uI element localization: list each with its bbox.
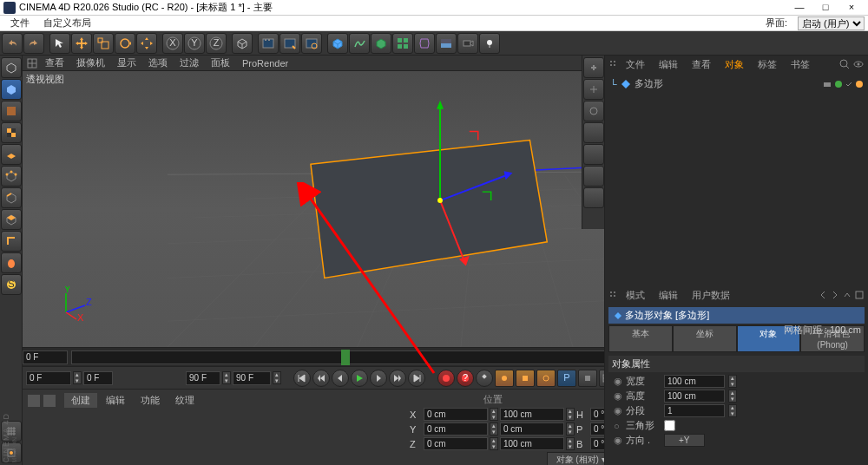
recent-tool-button[interactable] — [136, 33, 157, 54]
move-button[interactable] — [71, 33, 92, 54]
coord-pos-X[interactable] — [424, 408, 488, 421]
axis-z-button[interactable]: Z — [206, 33, 227, 54]
minimize-button[interactable]: — — [786, 1, 812, 15]
axis-x-button[interactable]: X — [162, 33, 183, 54]
coord-pos-Y[interactable] — [424, 422, 488, 436]
sp[interactable]: ▴▾ — [490, 408, 498, 421]
attr-tab-basic[interactable]: 基本 — [608, 325, 673, 352]
phong-tag-icon[interactable] — [856, 81, 863, 88]
layout-dropdown[interactable]: 启动 (用户) — [798, 16, 865, 30]
am-mode[interactable]: 模式 — [619, 287, 652, 304]
attr-height-input[interactable] — [664, 390, 725, 403]
record-button[interactable] — [437, 370, 455, 387]
viewport-config-icon[interactable] — [26, 57, 38, 69]
object-tree[interactable]: └ 多边形 — [605, 73, 868, 286]
am-edit[interactable]: 编辑 — [652, 287, 685, 304]
next-key-button[interactable] — [389, 370, 406, 387]
attr-tab-coord[interactable]: 坐标 — [673, 325, 737, 352]
render-view-button[interactable] — [258, 33, 279, 54]
attr-segments-input[interactable] — [664, 404, 725, 417]
vp-menu-camera[interactable]: 摄像机 — [71, 56, 110, 69]
sp[interactable]: ▴▾ — [566, 437, 575, 450]
range-start2[interactable] — [83, 371, 113, 385]
array-button[interactable] — [392, 33, 413, 54]
om-view[interactable]: 查看 — [685, 56, 718, 73]
key-rot-button[interactable] — [536, 370, 556, 387]
sp[interactable]: ▴▾ — [490, 422, 498, 436]
snap-button[interactable]: S — [1, 274, 22, 295]
vp-menu-view[interactable]: 查看 — [40, 56, 69, 69]
coord-size-X[interactable] — [500, 408, 564, 421]
tweak-button[interactable] — [1, 252, 22, 273]
nav-cam4-icon[interactable] — [583, 187, 604, 208]
goto-start-button[interactable] — [293, 370, 311, 387]
objmgr-grip-icon[interactable] — [608, 59, 619, 69]
am-up-icon[interactable] — [842, 290, 852, 300]
play-button[interactable] — [351, 370, 368, 387]
coord-size-Z[interactable] — [500, 437, 564, 450]
vp-menu-display[interactable]: 显示 — [112, 56, 141, 69]
rotate-button[interactable] — [115, 33, 135, 54]
camera-button[interactable] — [457, 33, 478, 54]
mat-icon1[interactable] — [28, 395, 40, 407]
spinner[interactable]: ▴▾ — [73, 371, 82, 384]
redo-button[interactable] — [23, 33, 44, 54]
om-search-icon[interactable] — [838, 58, 851, 70]
sp[interactable]: ▴▾ — [566, 408, 575, 421]
attr-height-spinner[interactable]: ▴▾ — [728, 390, 737, 403]
lt-func[interactable]: 功能 — [134, 393, 167, 408]
vp-menu-filter[interactable]: 过滤 — [174, 56, 204, 69]
visibility-check-icon[interactable] — [845, 81, 852, 88]
environment-button[interactable] — [436, 33, 457, 54]
sp[interactable]: ▴▾ — [566, 422, 575, 436]
lt-edit[interactable]: 编辑 — [99, 393, 132, 408]
am-userdata[interactable]: 用户数据 — [685, 287, 737, 304]
nav-cam2-icon[interactable] — [583, 144, 604, 165]
nav-cam3-icon[interactable] — [583, 166, 604, 187]
live-select-button[interactable] — [49, 33, 70, 54]
keyframe-sel-button[interactable] — [476, 370, 493, 387]
coord-system-button[interactable] — [232, 33, 253, 54]
autokey-button[interactable]: ? — [457, 370, 474, 387]
om-file[interactable]: 文件 — [619, 56, 652, 73]
prev-frame-button[interactable] — [332, 370, 349, 387]
spline-button[interactable] — [349, 33, 370, 54]
am-back-icon[interactable] — [818, 290, 828, 300]
render-pv-button[interactable] — [279, 33, 300, 54]
axis-y-button[interactable]: Y — [184, 33, 205, 54]
om-edit[interactable]: 编辑 — [652, 56, 685, 73]
range-start[interactable] — [26, 371, 71, 385]
edge-mode-button[interactable] — [1, 187, 22, 208]
prev-key-button[interactable] — [312, 370, 330, 387]
am-fwd-icon[interactable] — [830, 290, 840, 300]
model-mode-button[interactable] — [1, 79, 22, 100]
tree-item-polygon[interactable]: └ 多边形 — [608, 76, 865, 91]
om-eye-icon[interactable] — [852, 58, 865, 70]
nav-orbit-icon[interactable] — [583, 101, 604, 121]
timeline-start[interactable] — [23, 350, 68, 364]
point-mode-button[interactable] — [1, 166, 22, 187]
om-bookmark[interactable]: 书签 — [784, 56, 817, 73]
visibility-editor-dot[interactable] — [835, 81, 842, 88]
maximize-button[interactable]: □ — [812, 1, 838, 15]
cube-button[interactable] — [327, 33, 348, 54]
layer-icon[interactable] — [823, 80, 832, 88]
am-menu-icon[interactable] — [854, 290, 865, 300]
next-frame-button[interactable] — [370, 370, 387, 387]
attr-width-input[interactable] — [664, 375, 725, 388]
nurbs-button[interactable] — [371, 33, 391, 54]
goto-end-button[interactable] — [408, 370, 425, 387]
light-button[interactable] — [479, 33, 500, 54]
nav-pan-icon[interactable] — [583, 79, 604, 100]
om-tag[interactable]: 标签 — [751, 56, 784, 73]
close-button[interactable]: × — [838, 1, 865, 15]
spinner2[interactable]: ▴▾ — [222, 371, 231, 384]
nav-cam1-icon[interactable] — [583, 122, 604, 143]
lt-create[interactable]: 创建 — [64, 393, 97, 408]
axis-toggle-button[interactable] — [1, 231, 22, 252]
make-editable-button[interactable] — [1, 57, 22, 78]
key-param-button[interactable]: P — [557, 370, 576, 387]
vp-menu-prorender[interactable]: ProRender — [237, 58, 293, 69]
coord-size-Y[interactable] — [500, 422, 564, 436]
attr-triangle-checkbox[interactable] — [664, 420, 675, 431]
